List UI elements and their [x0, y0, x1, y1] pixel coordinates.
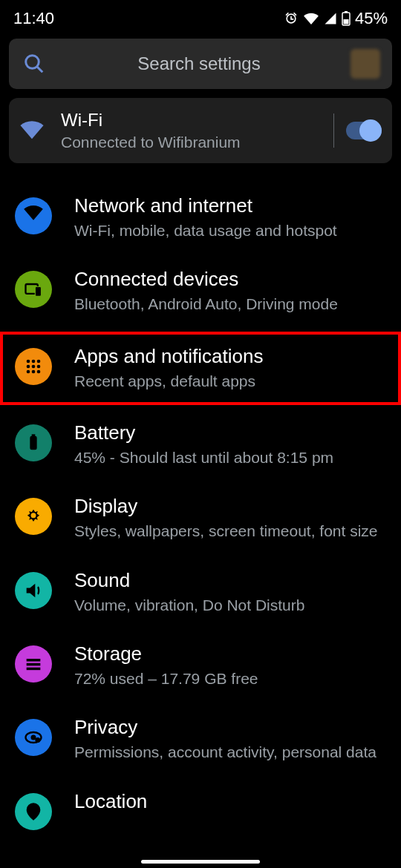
row-title: Connected devices: [74, 268, 391, 291]
row-title: Privacy: [74, 716, 391, 739]
location-icon: [15, 793, 52, 830]
svg-point-8: [32, 359, 36, 363]
profile-avatar[interactable]: [351, 49, 380, 79]
row-subtitle: Permissions, account activity, personal …: [74, 742, 391, 763]
svg-rect-20: [27, 663, 41, 666]
settings-row-display[interactable]: DisplayStyles, wallpapers, screen timeou…: [0, 481, 401, 555]
wifi-toggle[interactable]: [346, 122, 382, 139]
signal-icon: [324, 12, 337, 25]
alarm-icon: [284, 11, 299, 26]
nav-pill[interactable]: [141, 860, 260, 864]
settings-list: Network and internetWi-Fi, mobile, data …: [0, 181, 401, 844]
settings-row-apps[interactable]: Apps and notificationsRecent apps, defau…: [0, 332, 401, 405]
svg-point-14: [32, 369, 36, 373]
row-title: Apps and notifications: [74, 345, 391, 368]
row-subtitle: 45% - Should last until about 8:15 pm: [74, 447, 391, 468]
wifi-subtitle: Connected to Wifibranium: [61, 134, 326, 151]
svg-point-24: [35, 737, 40, 743]
svg-point-23: [31, 735, 36, 740]
settings-row-sound[interactable]: SoundVolume, vibration, Do Not Disturb: [0, 556, 401, 629]
svg-rect-6: [35, 287, 41, 297]
row-title: Network and internet: [74, 194, 391, 217]
svg-rect-21: [27, 668, 41, 671]
row-title: Battery: [74, 421, 391, 444]
search-bar[interactable]: Search settings: [9, 39, 392, 89]
svg-point-18: [31, 513, 36, 519]
row-subtitle: 72% used – 17.79 GB free: [74, 668, 391, 689]
wifi-title: Wi-Fi: [61, 110, 326, 131]
svg-point-9: [37, 359, 41, 363]
status-bar: 11:40 45%: [0, 0, 401, 34]
row-subtitle: Volume, vibration, Do Not Disturb: [74, 595, 391, 616]
row-subtitle: Bluetooth, Android Auto, Driving mode: [74, 294, 391, 315]
row-subtitle: Recent apps, default apps: [74, 371, 391, 392]
row-title: Display: [74, 495, 391, 518]
battery-icon: [15, 424, 52, 461]
svg-point-11: [32, 364, 36, 368]
apps-icon: [15, 348, 52, 385]
devices-icon: [15, 271, 52, 308]
svg-point-13: [27, 369, 30, 373]
svg-rect-16: [30, 436, 36, 450]
row-title: Location: [74, 790, 391, 813]
settings-row-location[interactable]: Location: [0, 777, 401, 844]
search-icon: [23, 53, 45, 75]
sound-icon: [15, 572, 52, 609]
svg-rect-2: [343, 19, 348, 24]
battery-percent: 45%: [355, 9, 388, 28]
battery-icon: [342, 11, 351, 26]
row-title: Sound: [74, 569, 391, 592]
wifi-status-icon: [303, 12, 319, 25]
wifi-card-divider: [333, 114, 334, 148]
row-subtitle: Styles, wallpapers, screen timeout, font…: [74, 521, 391, 542]
svg-line-4: [37, 67, 43, 73]
settings-row-privacy[interactable]: PrivacyPermissions, account activity, pe…: [0, 703, 401, 776]
storage-icon: [15, 645, 52, 683]
network-icon: [15, 197, 52, 234]
svg-point-3: [26, 56, 39, 69]
display-icon: [15, 498, 52, 535]
svg-rect-19: [27, 659, 41, 662]
privacy-icon: [15, 719, 52, 756]
svg-point-15: [37, 369, 41, 373]
wifi-quick-card[interactable]: Wi-Fi Connected to Wifibranium: [9, 98, 392, 163]
svg-point-7: [27, 359, 30, 363]
row-subtitle: Wi-Fi, mobile, data usage and hotspot: [74, 220, 391, 241]
settings-row-battery[interactable]: Battery45% - Should last until about 8:1…: [0, 408, 401, 481]
svg-point-10: [27, 364, 30, 368]
svg-rect-1: [345, 11, 348, 13]
svg-rect-17: [32, 434, 36, 437]
settings-row-storage[interactable]: Storage72% used – 17.79 GB free: [0, 629, 401, 703]
settings-row-devices[interactable]: Connected devicesBluetooth, Android Auto…: [0, 254, 401, 328]
status-time: 11:40: [13, 9, 54, 28]
svg-point-12: [37, 364, 41, 368]
wifi-icon: [19, 121, 45, 140]
settings-row-network[interactable]: Network and internetWi-Fi, mobile, data …: [0, 181, 401, 254]
row-title: Storage: [74, 642, 391, 665]
status-icons: 45%: [284, 9, 388, 28]
search-placeholder: Search settings: [61, 53, 337, 74]
